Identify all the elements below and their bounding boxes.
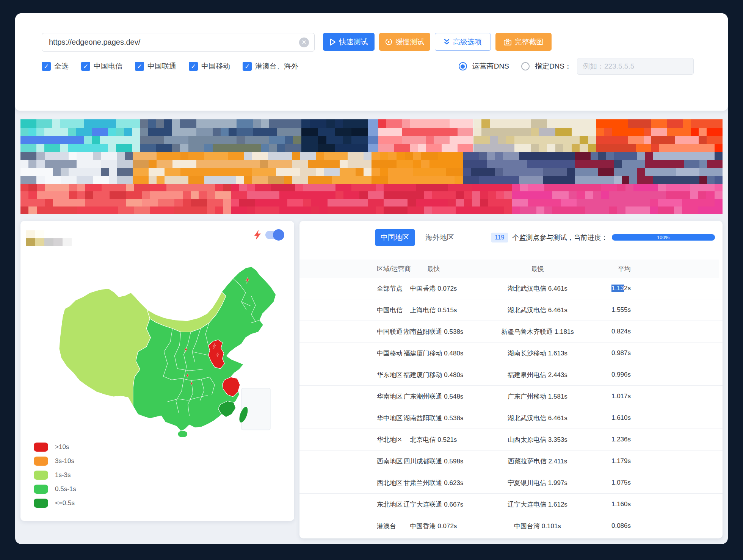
table-row: 中国移动福建厦门移动 0.480s湖南长沙移动 1.613s0.987s (299, 343, 723, 364)
average-cell: 0.086s (596, 522, 636, 530)
checkbox-check-icon: ✓ (42, 62, 51, 71)
region-cell: 全部节点 (299, 284, 387, 293)
legend-label: 3s-10s (55, 457, 74, 465)
region-cell: 华东地区 (299, 371, 387, 379)
fastest-cell: 福建厦门移动 0.480s (387, 349, 480, 358)
fastest-cell: 上海电信 0.515s (387, 306, 480, 314)
region-cell: 港澳台 (299, 522, 387, 530)
table-row: 西北地区甘肃兰州联通 0.623s宁夏银川电信 1.997s1.075s (299, 472, 723, 494)
legend-label: 0.5s-1s (55, 485, 76, 493)
region-cell: 东北地区 (299, 500, 387, 509)
table-row: 华南地区广东潮州联通 0.548s广东广州移动 1.581s1.017s (299, 386, 723, 407)
checkbox-label: 中国联通 (147, 61, 176, 71)
custom-dns-radio[interactable] (521, 62, 530, 70)
carrier-checkbox[interactable]: ✓港澳台、海外 (243, 61, 298, 71)
lightning-icon (254, 230, 261, 240)
banner-segment (20, 119, 140, 152)
carrier-checkbox[interactable]: ✓中国移动 (189, 61, 230, 71)
legend-label: 1s-3s (55, 471, 71, 479)
tab-china-region[interactable]: 中国地区 (375, 229, 415, 246)
full-screenshot-label: 完整截图 (515, 37, 544, 47)
banner-segment (20, 152, 133, 184)
slowest-cell: 湖南长沙移动 1.613s (480, 349, 596, 358)
slowest-cell: 湖北武汉电信 6.461s (480, 306, 596, 314)
region-cell: 西南地区 (299, 457, 387, 466)
progress-bar: 100% (612, 234, 715, 241)
carrier-dns-label: 运营商DNS (472, 61, 509, 71)
slowest-cell: 辽宁大连电信 1.612s (480, 500, 596, 509)
banner-segment (140, 119, 301, 152)
advanced-options-label: 高级选项 (453, 37, 482, 47)
legend-swatch (34, 471, 48, 480)
banner-segment (20, 184, 231, 214)
legend-item: 0.5s-1s (34, 484, 76, 494)
slowest-cell: 宁夏银川电信 1.997s (480, 479, 596, 487)
average-cell: 1.160s (596, 501, 636, 508)
china-map[interactable] (24, 240, 290, 437)
banner-segment (368, 119, 379, 152)
toggle-knob (273, 229, 284, 241)
average-cell: 1.555s (596, 306, 636, 314)
fastest-cell: 广东潮州联通 0.548s (387, 392, 480, 401)
legend-swatch (34, 443, 48, 452)
quick-test-button[interactable]: 快速测试 (323, 33, 375, 51)
banner-segment (231, 184, 512, 214)
banner-segment (512, 184, 723, 214)
fastest-cell: 福建厦门移动 0.480s (387, 371, 480, 379)
checkbox-check-icon: ✓ (81, 62, 90, 71)
map-legend: >10s3s-10s1s-3s0.5s-1s<=0.5s (34, 442, 76, 512)
url-input-wrap: ✕ (42, 33, 315, 52)
advanced-options-button[interactable]: 高级选项 (435, 33, 491, 51)
banner-segment (378, 119, 473, 152)
full-screenshot-button[interactable]: 完整截图 (495, 33, 552, 51)
slowest-cell: 湖北武汉电信 6.461s (480, 414, 596, 422)
carrier-checkbox[interactable]: ✓全选 (42, 61, 69, 71)
progress-percent: 100% (657, 235, 669, 240)
checkbox-check-icon: ✓ (243, 62, 252, 71)
results-table: 区域/运营商 最快 最慢 平均 全部节点中国香港 0.072s湖北武汉电信 6.… (299, 260, 723, 537)
tab-overseas-region[interactable]: 海外地区 (420, 229, 459, 246)
map-lightning-toggle[interactable] (265, 231, 284, 239)
custom-dns-label: 指定DNS： (535, 61, 572, 71)
table-row: 港澳台中国香港 0.072s中国台湾 0.101s0.086s (299, 515, 723, 537)
monitor-count-badge: 119 (491, 233, 508, 242)
map-hainan (178, 430, 188, 437)
average-cell: 0.987s (596, 349, 636, 357)
slow-test-button[interactable]: 缓慢测试 (379, 33, 430, 51)
results-card: 中国地区 海外地区 119 个监测点参与测试，当前进度： 100% 区域/运营商… (299, 221, 723, 538)
fastest-cell: 辽宁大连联通 0.667s (387, 500, 480, 509)
fastest-cell: 湖南益阳联通 0.538s (387, 414, 480, 422)
selected-text: 1.13 (611, 285, 624, 292)
carrier-checkbox[interactable]: ✓中国联通 (135, 61, 176, 71)
clear-url-icon[interactable]: ✕ (299, 38, 309, 47)
fastest-cell: 北京电信 0.521s (387, 435, 480, 444)
url-input[interactable] (42, 38, 299, 47)
slowest-cell: 湖北武汉电信 6.461s (480, 284, 596, 293)
carrier-dns-radio[interactable] (459, 62, 467, 70)
average-cell: 0.996s (596, 371, 636, 379)
average-cell: 1.179s (596, 457, 636, 465)
custom-dns-input[interactable] (577, 58, 694, 75)
legend-label: >10s (55, 443, 69, 451)
banner-segment (596, 119, 723, 152)
average-cell: 1.236s (596, 436, 636, 443)
double-chevron-down-icon (444, 39, 450, 45)
banner-segment (575, 152, 723, 184)
legend-swatch (34, 499, 48, 508)
banner-segment (372, 152, 463, 184)
map-card: >10s3s-10s1s-3s0.5s-1s<=0.5s (20, 221, 294, 521)
play-icon (330, 39, 336, 45)
legend-item: >10s (34, 442, 76, 452)
header-region: 区域/运营商 (299, 264, 387, 273)
checkbox-label: 港澳台、海外 (255, 61, 298, 71)
quick-test-label: 快速测试 (339, 37, 368, 47)
fastest-cell: 湖南益阳联通 0.538s (387, 327, 480, 336)
fastest-cell: 四川成都联通 0.598s (387, 457, 480, 466)
fastest-cell: 中国香港 0.072s (387, 284, 480, 293)
carrier-checkbox[interactable]: ✓中国电信 (81, 61, 122, 71)
fastest-cell: 中国香港 0.072s (387, 522, 480, 530)
region-cell: 西北地区 (299, 479, 387, 487)
checkbox-label: 全选 (54, 61, 69, 71)
toolbar-card: ✕ 快速测试 缓慢测试 高级选项 完整截图 ✓全选✓中国电信 (15, 13, 728, 111)
app-window: ✕ 快速测试 缓慢测试 高级选项 完整截图 ✓全选✓中国电信 (15, 13, 728, 544)
